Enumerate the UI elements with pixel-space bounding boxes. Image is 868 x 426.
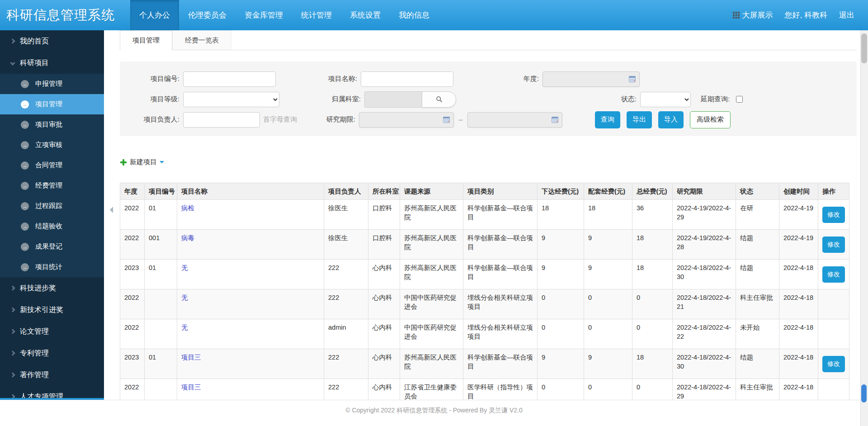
table-row: 202201病检徐医生口腔科苏州高新区人民医院科学创新基金—联合项目181836… (120, 200, 849, 230)
app-header: 科研信息管理系统 个人办公伦理委员会资金库管理统计管理系统设置我的信息 大屏展示… (0, 0, 868, 30)
period-separator: -- (454, 116, 467, 123)
sidebar-item-label: 论文管理 (20, 327, 49, 336)
arrow-circle-icon: → (21, 141, 29, 149)
top-nav-item[interactable]: 我的信息 (390, 0, 439, 30)
table-cell-funds_matching: 0 (584, 379, 632, 400)
table-cell-category: 埋线分会相关科研立项项目 (463, 319, 538, 349)
period-end-input[interactable] (467, 112, 562, 128)
top-nav-item[interactable]: 个人办公 (130, 0, 179, 30)
table-cell-name: 无 (177, 289, 324, 319)
new-project-label: 新建项目 (130, 158, 157, 166)
table-row: 2022无admin心内科中国中医药研究促进会埋线分会相关科研立项项目00020… (120, 319, 849, 349)
logout-link[interactable]: 退出 (839, 10, 854, 20)
period-start-input[interactable] (359, 112, 454, 128)
sidebar-subitem[interactable]: →申报管理 (0, 74, 104, 94)
project-name-label: 项目名称: (313, 75, 361, 83)
table-cell-period: 2022-4-19/2022-4-29 (673, 200, 736, 230)
sidebar-subitem[interactable]: →经费管理 (0, 175, 104, 196)
sidebar-item[interactable]: 科研项目 (0, 52, 104, 74)
sidebar-subitem[interactable]: →项目管理 (0, 94, 104, 114)
table-cell-source: 苏州高新区人民医院 (400, 260, 463, 289)
edit-button[interactable]: 修改 (822, 266, 845, 283)
top-nav-item[interactable]: 伦理委员会 (179, 0, 236, 30)
project-name-link[interactable]: 病毒 (181, 234, 194, 241)
project-name-link[interactable]: 病检 (181, 204, 194, 212)
project-name-link[interactable]: 无 (181, 264, 188, 271)
year-input[interactable] (542, 71, 640, 87)
project-name-link[interactable]: 无 (181, 324, 188, 331)
advanced-search-button[interactable]: 高级检索 (690, 111, 731, 128)
table-cell-funds_matching: 0 (584, 319, 632, 349)
edit-button[interactable]: 修改 (822, 356, 845, 372)
project-name-link[interactable]: 项目三 (181, 354, 201, 361)
sidebar-item[interactable]: 专利管理 (0, 342, 104, 364)
project-code-input[interactable] (183, 71, 276, 87)
project-leader-input[interactable] (183, 112, 260, 128)
table-cell-category: 科学创新基金—联合项目 (463, 200, 538, 230)
sidebar-item[interactable]: 人才专项管理 (0, 386, 104, 400)
top-nav-item[interactable]: 系统设置 (341, 0, 390, 30)
search-button[interactable]: 查询 (595, 111, 620, 128)
user-greeting[interactable]: 您好, 科教科 (785, 10, 827, 20)
table-cell-year: 2022 (120, 319, 145, 349)
top-nav: 个人办公伦理委员会资金库管理统计管理系统设置我的信息 (130, 0, 439, 30)
table-row: 2022无222心内科中国中医药研究促进会埋线分会相关科研立项项目0002022… (120, 289, 849, 319)
sidebar-item[interactable]: 著作管理 (0, 364, 104, 386)
sidebar-collapse-handle[interactable] (107, 207, 113, 213)
delay-query-checkbox[interactable] (736, 96, 743, 103)
sidebar-subitem[interactable]: →成果登记 (0, 237, 104, 257)
sidebar-subitem[interactable]: →合同管理 (0, 155, 104, 175)
top-nav-item[interactable]: 资金库管理 (236, 0, 292, 30)
edit-button[interactable]: 修改 (822, 237, 845, 253)
column-header: 研究期限 (673, 183, 736, 200)
table-cell-name: 无 (177, 260, 324, 289)
project-name-link[interactable]: 项目三 (181, 383, 201, 391)
table-cell-funds_total: 18 (632, 349, 673, 379)
table-cell-status: 在研 (736, 200, 779, 230)
year-label: 年度: (512, 75, 542, 83)
new-project-button[interactable]: 新建项目 (120, 158, 164, 166)
table-cell-status: 科主任审批 (736, 289, 779, 319)
sidebar-item[interactable]: 论文管理 (0, 321, 104, 342)
table-cell-created: 2022-4-18 (779, 289, 818, 319)
sidebar-subitem[interactable]: →项目统计 (0, 257, 104, 277)
tab-project-management[interactable]: 项目管理 (120, 30, 172, 50)
project-name-link[interactable]: 无 (181, 294, 188, 301)
top-nav-item[interactable]: 统计管理 (292, 0, 341, 30)
sidebar-subitem-label: 经费管理 (35, 181, 62, 190)
table-row: 2022项目三222心内科江苏省卫生健康委员会医学科研（指导性）项目000202… (120, 379, 849, 400)
column-header: 课题来源 (400, 183, 463, 200)
scrollbar-thumb-blue[interactable] (861, 384, 867, 402)
column-header: 所在科室 (368, 183, 400, 200)
table-cell-status: 科主任审批 (736, 379, 779, 400)
sidebar-item[interactable]: 新技术引进奖 (0, 299, 104, 321)
table-cell-source: 江苏省卫生健康委员会 (400, 379, 463, 400)
sidebar-subitem[interactable]: →立项审核 (0, 135, 104, 155)
sidebar-subitem[interactable]: →结题验收 (0, 216, 104, 237)
dept-search-button[interactable] (422, 91, 456, 108)
chevron-icon (10, 285, 15, 290)
table-cell-period: 2022-4-18/2022-4-21 (673, 289, 736, 319)
sidebar-item[interactable]: 我的首页 (0, 30, 104, 52)
export-button[interactable]: 导出 (627, 111, 652, 128)
tab-funds-overview[interactable]: 经费一览表 (172, 30, 231, 50)
plus-icon (120, 159, 127, 166)
import-button[interactable]: 导入 (658, 111, 684, 128)
table-cell-category: 埋线分会相关科研立项项目 (463, 289, 538, 319)
table-cell-year: 2022 (120, 230, 145, 260)
dept-input[interactable] (364, 91, 422, 108)
sidebar-subitem[interactable]: →项目审批 (0, 114, 104, 135)
sidebar-subitem[interactable]: →过程跟踪 (0, 196, 104, 216)
sidebar-item[interactable]: 科技进步奖 (0, 277, 104, 299)
table-cell-name: 项目三 (177, 349, 324, 379)
edit-button[interactable]: 修改 (822, 207, 845, 223)
project-name-input[interactable] (361, 71, 453, 87)
scrollbar-thumb[interactable] (861, 33, 867, 63)
status-select[interactable] (640, 92, 691, 107)
big-screen-link[interactable]: 大屏展示 (733, 10, 773, 20)
scrollbar-track[interactable] (860, 30, 868, 426)
table-cell-created: 2022-4-18 (779, 379, 818, 400)
project-level-select[interactable] (183, 92, 279, 107)
project-level-label: 项目等级: (120, 95, 183, 104)
column-header: 状态 (736, 183, 779, 200)
